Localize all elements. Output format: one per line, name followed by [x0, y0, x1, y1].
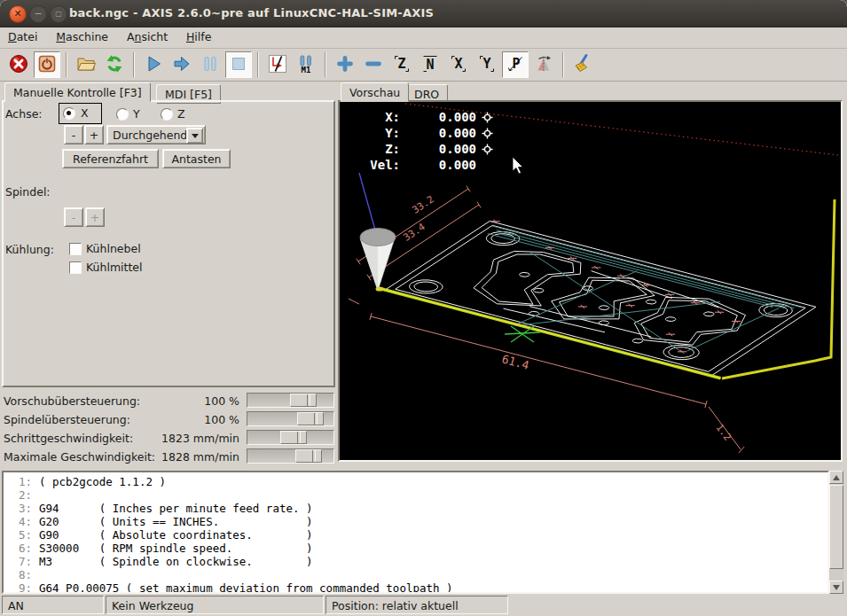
skip-blocks-icon: [267, 53, 288, 77]
menu-datei[interactable]: Datei: [7, 27, 38, 46]
spindle-override-slider[interactable]: [247, 411, 334, 426]
scrollbar-thumb[interactable]: [829, 485, 843, 569]
view-z-rotated-icon: N: [420, 53, 441, 77]
broom-icon: [572, 53, 593, 77]
spindle-minus-button[interactable]: -: [64, 207, 83, 227]
close-icon[interactable]: ✕: [9, 5, 27, 23]
toolbar-separator: [257, 52, 259, 77]
status-position-mode: Position: relativ aktuell: [325, 596, 508, 614]
view-y-icon: Y: [476, 53, 498, 77]
max-velocity-row: Maximale Geschwindigkeit: 1828 mm/min: [0, 448, 335, 465]
open-file-button[interactable]: [73, 51, 99, 78]
feed-override-slider[interactable]: [247, 393, 334, 408]
view-x-button[interactable]: X: [445, 51, 472, 78]
run-program-button[interactable]: [140, 51, 167, 78]
reload-icon: [104, 53, 125, 77]
feed-override-row: Vorschubübersteuerung: 100 %: [0, 392, 335, 409]
svg-text:N: N: [426, 57, 434, 73]
gcode-line[interactable]: 1:( pcb2gcode 1.1.2 ): [9, 475, 827, 488]
toolbar: M1 Z N X Y P: [0, 49, 847, 82]
gcode-line[interactable]: 5:G90 ( Absolute coordinates. ): [9, 528, 827, 542]
stop-button[interactable]: [225, 51, 252, 78]
view-perspective-button[interactable]: P: [502, 51, 529, 78]
pause-button[interactable]: [197, 51, 224, 78]
reload-file-button[interactable]: [101, 51, 128, 78]
minimize-icon[interactable]: −: [29, 5, 47, 23]
jog-speed-slider[interactable]: [247, 430, 334, 445]
abort-icon: [8, 53, 29, 77]
view-z-button[interactable]: Z: [388, 51, 415, 78]
axis-y-label: Y: [133, 107, 140, 121]
axis-radio-z[interactable]: [161, 108, 173, 121]
gcode-line[interactable]: 7:M3 ( Spindle on clockwise. ): [9, 555, 827, 568]
jog-speed-row: Schrittgeschwindigkeit: 1823 mm/min: [0, 429, 335, 447]
window-title: back.ngc - AXIS 2.6.0~pre auf LinuxCNC-H…: [69, 0, 434, 27]
jog-minus-button[interactable]: -: [64, 125, 83, 144]
flood-checkbox[interactable]: [69, 261, 82, 274]
dro-y-row: Y:0.000: [350, 126, 493, 142]
spindle-plus-button[interactable]: +: [85, 207, 105, 227]
view-z-icon: Z: [391, 53, 412, 77]
max-velocity-slider[interactable]: [247, 448, 334, 464]
tab-preview[interactable]: Vorschau: [341, 82, 409, 102]
slider-handle[interactable]: [280, 431, 307, 444]
axis-window: ✕ − ▢ back.ngc - AXIS 2.6.0~pre auf Linu…: [0, 0, 847, 616]
gcode-line[interactable]: 9:G64 P0.00075 ( set maximum deviation f…: [9, 581, 827, 594]
homed-icon: [482, 144, 493, 158]
mist-checkbox[interactable]: [69, 243, 82, 255]
dim-right: 1.2: [714, 422, 733, 443]
home-axis-button[interactable]: Referenzfahrt: [62, 149, 159, 168]
slider-handle[interactable]: [290, 394, 317, 407]
gcode-line[interactable]: 6:S30000 ( RPM spindle speed. ): [9, 542, 827, 555]
machine-power-button[interactable]: [34, 51, 60, 78]
tool-tip-highlight: [376, 286, 384, 291]
zoom-in-button[interactable]: [332, 51, 358, 78]
axis-radio-y[interactable]: [116, 108, 129, 121]
skip-optional-blocks-button[interactable]: [264, 51, 291, 78]
view-z-rotated-button[interactable]: N: [417, 51, 443, 78]
scroll-up-icon[interactable]: [829, 471, 843, 484]
zoom-out-button[interactable]: [360, 51, 387, 78]
tab-manual-control[interactable]: Manuelle Kontrolle [F3]: [4, 82, 151, 102]
pcb-board: [379, 218, 827, 379]
menu-hilfe[interactable]: Hilfe: [185, 27, 212, 46]
gcode-line[interactable]: 2:: [9, 488, 827, 502]
scroll-down-icon[interactable]: [829, 581, 843, 594]
dimension-lines: [349, 186, 744, 453]
view-x-icon: X: [448, 53, 469, 77]
menu-ansicht[interactable]: Ansicht: [126, 27, 169, 46]
mist-label: Kühlnebel: [86, 242, 141, 255]
svg-text:Z: Z: [397, 56, 405, 72]
play-icon: [143, 53, 164, 77]
touch-off-button[interactable]: Antasten: [162, 149, 231, 168]
view-y-button[interactable]: Y: [474, 51, 500, 78]
toolbar-separator: [325, 52, 326, 77]
toolbar-separator: [133, 52, 135, 77]
gcode-line[interactable]: 8:: [9, 568, 827, 581]
slider-handle[interactable]: [297, 412, 324, 425]
menu-maschine[interactable]: Maschine: [55, 27, 109, 46]
step-arrow-icon: [171, 53, 192, 77]
plus-icon: [334, 53, 356, 77]
preview-canvas[interactable]: 33.2 33.4 61.4 1.2 X:0.000: [338, 100, 843, 462]
slider-handle[interactable]: [295, 449, 322, 463]
jog-mode-dropdown[interactable]: Durchgehend: [106, 125, 206, 144]
rotate-view-button[interactable]: [530, 51, 557, 78]
gcode-line[interactable]: 3:G94 ( Inches per minute feed rate. ): [9, 502, 827, 515]
axis-radio-x[interactable]: X: [59, 103, 102, 124]
run-step-button[interactable]: [169, 51, 195, 78]
gcode-listing[interactable]: 1:( pcb2gcode 1.1.2 ) 2: 3:G94 ( Inches …: [2, 471, 829, 594]
gcode-line[interactable]: 4:G20 ( Units == INCHES. ): [9, 515, 827, 528]
status-machine-state: AN: [2, 596, 104, 614]
mouse-cursor: [513, 157, 523, 174]
folder-icon: [75, 53, 97, 77]
gcode-scrollbar[interactable]: [829, 471, 843, 594]
jog-plus-button[interactable]: +: [84, 125, 104, 144]
maximize-icon[interactable]: ▢: [50, 5, 67, 23]
coolant-label: Kühlung:: [5, 243, 54, 256]
titlebar[interactable]: ✕ − ▢ back.ngc - AXIS 2.6.0~pre auf Linu…: [0, 0, 847, 27]
clear-plot-button[interactable]: [569, 51, 596, 78]
homed-icon: [482, 128, 493, 142]
abort-button[interactable]: [5, 51, 32, 78]
optional-pause-button[interactable]: M1: [293, 51, 319, 78]
